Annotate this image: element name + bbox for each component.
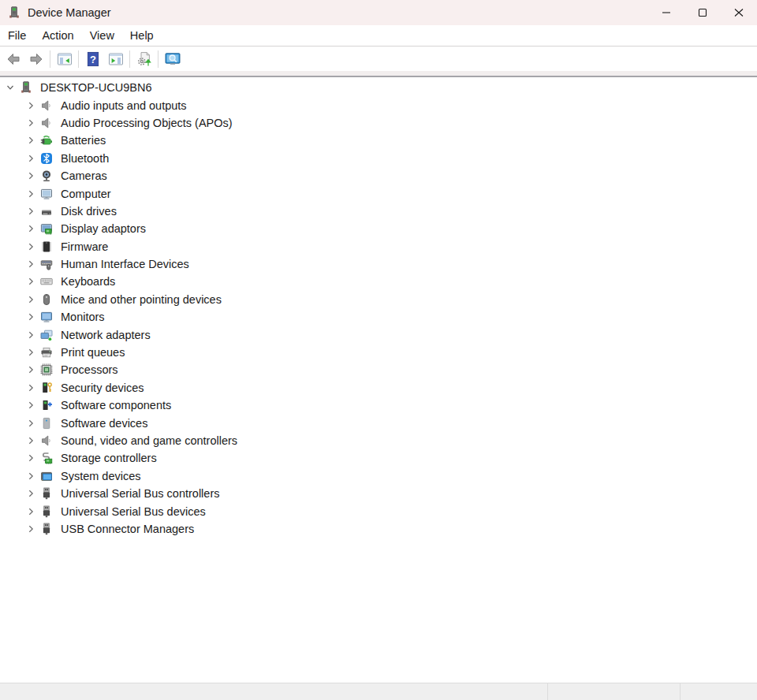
back-button[interactable] xyxy=(2,48,24,69)
tree-item-row[interactable]: Sound, video and game controllers xyxy=(0,432,757,449)
tree-item-row[interactable]: Display adaptors xyxy=(0,220,757,237)
chevron-right-icon[interactable] xyxy=(24,134,37,147)
chevron-right-icon[interactable] xyxy=(24,329,37,341)
chevron-right-icon[interactable] xyxy=(24,205,37,218)
chevron-down-icon[interactable] xyxy=(4,81,17,94)
speaker-icon xyxy=(40,434,53,447)
status-pane-2 xyxy=(547,683,680,700)
maximize-button[interactable] xyxy=(684,0,721,25)
chevron-right-icon[interactable] xyxy=(24,99,37,112)
tree-item-row[interactable]: Human Interface Devices xyxy=(0,255,757,273)
security-icon xyxy=(40,382,53,394)
tree-item-row[interactable]: Keyboards xyxy=(0,273,757,290)
tree-item-label: Storage controllers xyxy=(61,452,157,464)
chevron-right-icon[interactable] xyxy=(24,152,37,165)
menu-view[interactable]: View xyxy=(82,25,122,46)
close-button[interactable] xyxy=(721,0,757,25)
chevron-right-icon[interactable] xyxy=(24,222,37,235)
show-action-pane-button[interactable] xyxy=(104,48,127,69)
tree-item-row[interactable]: Software devices xyxy=(0,414,757,431)
help-icon: ? xyxy=(85,51,101,67)
close-icon xyxy=(721,0,757,25)
tree-item-row[interactable]: Audio Processing Objects (APOs) xyxy=(0,114,757,132)
speaker-icon xyxy=(40,99,53,112)
tree-item-label: Display adaptors xyxy=(61,222,146,235)
status-pane-3 xyxy=(680,683,757,700)
chevron-right-icon[interactable] xyxy=(24,240,37,253)
back-arrow-icon xyxy=(6,51,21,67)
help-button[interactable]: ? xyxy=(81,48,104,69)
chevron-right-icon[interactable] xyxy=(24,346,37,359)
show-console-tree-icon xyxy=(57,51,73,67)
chevron-right-icon[interactable] xyxy=(24,275,37,288)
storage-icon xyxy=(40,452,53,464)
tree-item-row[interactable]: Computer xyxy=(0,184,757,202)
tree-item-row[interactable]: Security devices xyxy=(0,379,757,397)
forward-button[interactable] xyxy=(24,48,47,69)
scan-hardware-changes-button[interactable] xyxy=(132,48,155,69)
toolbar-separator xyxy=(50,50,50,68)
chevron-right-icon[interactable] xyxy=(24,169,37,182)
tree-item-row[interactable]: Disk drives xyxy=(0,203,757,220)
chevron-right-icon[interactable] xyxy=(24,417,37,430)
tree-item-row[interactable]: Print queues xyxy=(0,344,757,361)
menu-action[interactable]: Action xyxy=(34,25,81,46)
chevron-right-icon[interactable] xyxy=(24,470,37,482)
svg-text:?: ? xyxy=(90,53,96,65)
computer-tower-icon[interactable] xyxy=(8,6,21,19)
menu-help[interactable]: Help xyxy=(122,25,162,46)
tree-item-row[interactable]: Firmware xyxy=(0,238,757,255)
tree-item-row[interactable]: Network adapters xyxy=(0,326,757,343)
chevron-right-icon[interactable] xyxy=(24,399,37,411)
device-manager-window: Device Manager FileActionViewHelp ? DESK… xyxy=(0,0,757,700)
tree-item-label: Software devices xyxy=(61,417,147,430)
tree-item-label: Universal Serial Bus devices xyxy=(61,505,206,518)
chevron-right-icon[interactable] xyxy=(24,258,37,270)
tree-item-label: USB Connector Managers xyxy=(61,523,194,535)
tree-item-row[interactable]: Universal Serial Bus controllers xyxy=(0,485,757,502)
chevron-right-icon[interactable] xyxy=(24,487,37,500)
menu-file[interactable]: File xyxy=(0,25,34,46)
tree-item-row[interactable]: Universal Serial Bus devices xyxy=(0,502,757,519)
scan-hardware-icon xyxy=(136,51,152,67)
chevron-right-icon[interactable] xyxy=(24,523,37,535)
device-tree: DESKTOP-UCU9BN6Audio inputs and outputsA… xyxy=(0,77,757,683)
tree-item-label: Bluetooth xyxy=(61,152,109,165)
tree-item-row[interactable]: Audio inputs and outputs xyxy=(0,96,757,114)
chevron-right-icon[interactable] xyxy=(24,117,37,129)
tree-item-label: Mice and other pointing devices xyxy=(61,293,222,306)
chevron-right-icon[interactable] xyxy=(24,188,37,200)
title-bar: Device Manager xyxy=(0,0,757,25)
chevron-right-icon[interactable] xyxy=(24,311,37,323)
chevron-right-icon[interactable] xyxy=(24,452,37,464)
tree-item-row[interactable]: Bluetooth xyxy=(0,150,757,167)
display-adapter-icon xyxy=(40,222,53,235)
tree-root-row[interactable]: DESKTOP-UCU9BN6 xyxy=(0,79,757,96)
tree-item-row[interactable]: Batteries xyxy=(0,132,757,149)
tree-item-label: Processors xyxy=(61,363,118,376)
tree-item-label: Keyboards xyxy=(61,275,115,288)
show-console-tree-button[interactable] xyxy=(53,48,76,69)
bluetooth-icon xyxy=(40,152,53,165)
system-icon xyxy=(40,470,53,482)
tree-item-row[interactable]: Storage controllers xyxy=(0,449,757,467)
tree-item-row[interactable]: Processors xyxy=(0,361,757,378)
chevron-right-icon[interactable] xyxy=(24,382,37,394)
monitor-icon xyxy=(40,311,53,323)
chevron-right-icon[interactable] xyxy=(24,363,37,376)
maximize-icon xyxy=(684,0,721,25)
tree-item-row[interactable]: USB Connector Managers xyxy=(0,520,757,538)
window-title: Device Manager xyxy=(28,6,111,19)
minimize-button[interactable] xyxy=(648,0,684,25)
tree-item-row[interactable]: Monitors xyxy=(0,308,757,326)
chevron-right-icon[interactable] xyxy=(24,434,37,447)
tree-item-row[interactable]: System devices xyxy=(0,467,757,485)
chevron-right-icon[interactable] xyxy=(24,293,37,306)
search-computer-button[interactable] xyxy=(161,48,184,69)
tree-item-label: Universal Serial Bus controllers xyxy=(61,487,219,500)
chevron-right-icon[interactable] xyxy=(24,505,37,518)
tree-item-row[interactable]: Software components xyxy=(0,397,757,414)
tree-item-row[interactable]: Cameras xyxy=(0,167,757,184)
tree-item-label: Computer xyxy=(61,188,111,200)
tree-item-row[interactable]: Mice and other pointing devices xyxy=(0,291,757,308)
